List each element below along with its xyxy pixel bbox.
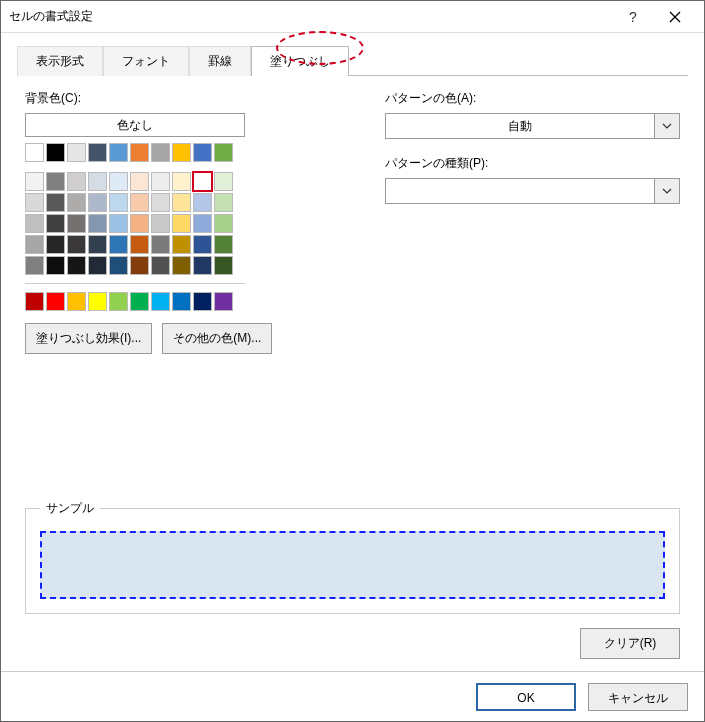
color-swatch[interactable] bbox=[109, 256, 128, 275]
color-swatch[interactable] bbox=[214, 193, 233, 212]
color-swatch[interactable] bbox=[172, 172, 191, 191]
chevron-down-icon bbox=[654, 178, 680, 204]
pattern-type-dropdown[interactable] bbox=[385, 178, 680, 204]
theme-color-grid bbox=[25, 172, 325, 275]
close-button[interactable] bbox=[654, 3, 696, 31]
pattern-color-dropdown[interactable]: 自動 bbox=[385, 113, 680, 139]
more-colors-button[interactable]: その他の色(M)... bbox=[162, 323, 272, 354]
window-title: セルの書式設定 bbox=[9, 8, 612, 25]
color-swatch[interactable] bbox=[130, 193, 149, 212]
color-swatch[interactable] bbox=[172, 193, 191, 212]
color-swatch[interactable] bbox=[130, 143, 149, 162]
tab-fill[interactable]: 塗りつぶし bbox=[251, 46, 349, 76]
titlebar: セルの書式設定 ? bbox=[1, 1, 704, 33]
color-swatch[interactable] bbox=[88, 143, 107, 162]
color-swatch[interactable] bbox=[130, 214, 149, 233]
color-swatch[interactable] bbox=[88, 292, 107, 311]
color-swatch[interactable] bbox=[46, 214, 65, 233]
color-swatch[interactable] bbox=[25, 292, 44, 311]
color-swatch[interactable] bbox=[214, 214, 233, 233]
color-swatch[interactable] bbox=[172, 143, 191, 162]
color-swatch[interactable] bbox=[214, 172, 233, 191]
tab-panel-fill: 背景色(C): 色なし 塗りつぶし効果(I)... その他の色(M)... パタ… bbox=[1, 76, 704, 671]
color-swatch[interactable] bbox=[67, 172, 86, 191]
color-swatch[interactable] bbox=[130, 292, 149, 311]
pattern-color-label: パターンの色(A): bbox=[385, 90, 680, 107]
color-swatch[interactable] bbox=[151, 172, 170, 191]
color-swatch[interactable] bbox=[46, 193, 65, 212]
color-swatch[interactable] bbox=[214, 235, 233, 254]
color-swatch[interactable] bbox=[46, 292, 65, 311]
pattern-color-value: 自動 bbox=[385, 113, 654, 139]
ok-button[interactable]: OK bbox=[476, 683, 576, 711]
color-swatch[interactable] bbox=[46, 235, 65, 254]
color-swatch[interactable] bbox=[109, 214, 128, 233]
color-swatch[interactable] bbox=[46, 143, 65, 162]
tab-border[interactable]: 罫線 bbox=[189, 46, 251, 76]
color-swatch[interactable] bbox=[67, 292, 86, 311]
color-swatch[interactable] bbox=[67, 235, 86, 254]
color-swatch[interactable] bbox=[151, 214, 170, 233]
color-swatch[interactable] bbox=[151, 292, 170, 311]
color-swatch[interactable] bbox=[172, 235, 191, 254]
color-swatch[interactable] bbox=[172, 214, 191, 233]
cancel-button[interactable]: キャンセル bbox=[588, 683, 688, 711]
sample-preview bbox=[40, 531, 665, 599]
color-swatch[interactable] bbox=[151, 256, 170, 275]
tab-bar: 表示形式 フォント 罫線 塗りつぶし bbox=[17, 45, 688, 76]
theme-color-row bbox=[25, 143, 325, 162]
color-swatch[interactable] bbox=[88, 214, 107, 233]
color-swatch[interactable] bbox=[193, 235, 212, 254]
color-swatch[interactable] bbox=[193, 172, 212, 191]
color-swatch[interactable] bbox=[109, 193, 128, 212]
color-swatch[interactable] bbox=[25, 256, 44, 275]
no-color-button[interactable]: 色なし bbox=[25, 113, 245, 137]
color-swatch[interactable] bbox=[214, 292, 233, 311]
tab-display-format[interactable]: 表示形式 bbox=[17, 46, 103, 76]
color-swatch[interactable] bbox=[25, 193, 44, 212]
color-swatch[interactable] bbox=[193, 193, 212, 212]
color-swatch[interactable] bbox=[25, 143, 44, 162]
color-swatch[interactable] bbox=[130, 172, 149, 191]
color-swatch[interactable] bbox=[193, 256, 212, 275]
color-swatch[interactable] bbox=[25, 214, 44, 233]
color-swatch[interactable] bbox=[67, 143, 86, 162]
color-swatch[interactable] bbox=[172, 292, 191, 311]
color-swatch[interactable] bbox=[109, 292, 128, 311]
color-swatch[interactable] bbox=[109, 143, 128, 162]
dialog-footer: OK キャンセル bbox=[1, 671, 704, 721]
color-swatch[interactable] bbox=[172, 256, 191, 275]
help-button[interactable]: ? bbox=[612, 3, 654, 31]
pattern-type-value bbox=[385, 178, 654, 204]
color-swatch[interactable] bbox=[193, 292, 212, 311]
sample-legend: サンプル bbox=[40, 500, 100, 517]
fill-effects-button[interactable]: 塗りつぶし効果(I)... bbox=[25, 323, 152, 354]
color-swatch[interactable] bbox=[109, 235, 128, 254]
color-swatch[interactable] bbox=[67, 193, 86, 212]
color-swatch[interactable] bbox=[88, 193, 107, 212]
color-swatch[interactable] bbox=[88, 235, 107, 254]
color-swatch[interactable] bbox=[46, 172, 65, 191]
color-swatch[interactable] bbox=[130, 235, 149, 254]
color-swatch[interactable] bbox=[25, 235, 44, 254]
color-swatch[interactable] bbox=[151, 193, 170, 212]
pattern-type-label: パターンの種類(P): bbox=[385, 155, 680, 172]
color-swatch[interactable] bbox=[214, 143, 233, 162]
color-swatch[interactable] bbox=[88, 256, 107, 275]
standard-color-row bbox=[25, 292, 325, 311]
tab-font[interactable]: フォント bbox=[103, 46, 189, 76]
color-swatch[interactable] bbox=[25, 172, 44, 191]
color-swatch[interactable] bbox=[193, 214, 212, 233]
color-swatch[interactable] bbox=[109, 172, 128, 191]
color-swatch[interactable] bbox=[67, 214, 86, 233]
clear-button[interactable]: クリア(R) bbox=[580, 628, 680, 659]
color-swatch[interactable] bbox=[151, 143, 170, 162]
color-swatch[interactable] bbox=[88, 172, 107, 191]
chevron-down-icon bbox=[654, 113, 680, 139]
color-swatch[interactable] bbox=[214, 256, 233, 275]
color-swatch[interactable] bbox=[193, 143, 212, 162]
color-swatch[interactable] bbox=[130, 256, 149, 275]
color-swatch[interactable] bbox=[151, 235, 170, 254]
color-swatch[interactable] bbox=[67, 256, 86, 275]
color-swatch[interactable] bbox=[46, 256, 65, 275]
